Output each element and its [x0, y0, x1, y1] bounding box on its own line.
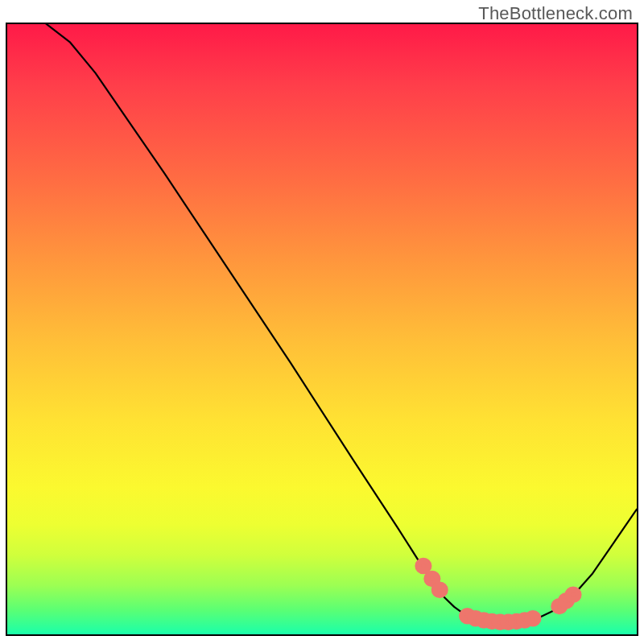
- markers-group: [418, 561, 578, 628]
- marker-dot: [435, 584, 445, 595]
- chart-area: [6, 23, 638, 636]
- marker-dot: [527, 613, 538, 624]
- marker-dot: [418, 561, 428, 572]
- curve-line: [7, 24, 637, 622]
- watermark: TheBottleneck.com: [478, 3, 633, 24]
- chart-svg: [7, 24, 637, 634]
- marker-dot: [568, 589, 578, 600]
